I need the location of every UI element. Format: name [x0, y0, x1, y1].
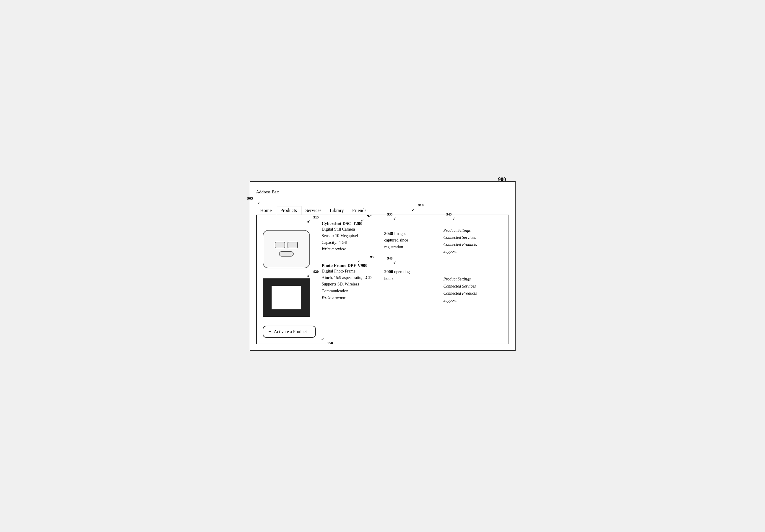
ref-920-label: 920: [314, 270, 319, 274]
cybershot-info: 925 ↙ Cybershot DSC-T200 Digital Still C…: [322, 221, 379, 253]
ref-945-label: 945: [446, 212, 452, 217]
ref-930-arrow: ↙: [358, 259, 361, 263]
cybershot-actions: 945 ↙ Product Settings Connected Service…: [443, 221, 502, 255]
main-content-box: 915 ↙ 920 ↙: [256, 215, 509, 344]
cybershot-action-3[interactable]: Connected Products: [443, 241, 502, 248]
cybershot-stat-number: 3048: [384, 231, 393, 236]
photoframe-title: Photo Frame DPF-V900: [322, 263, 379, 268]
cybershot-review-link[interactable]: Write a review: [322, 246, 379, 252]
nav-tab-home[interactable]: Home: [256, 206, 276, 215]
ref-935-label: 935: [387, 212, 393, 217]
camera-lens-right: [288, 242, 298, 248]
nav-tab-products[interactable]: Products: [276, 206, 302, 215]
ref-940-label: 940: [387, 256, 393, 261]
ref-915-arrow: ↙: [307, 219, 310, 224]
photoframe-action-1[interactable]: Product Settings: [443, 276, 502, 283]
photoframe-desc-line3: Supports SD, Wireless: [322, 281, 379, 288]
photoframe-action-2[interactable]: Connected Services: [443, 283, 502, 290]
cybershot-stat-text: 3048 Imagescaptured sinceregistration: [384, 230, 437, 250]
cybershot-action-1[interactable]: Product Settings: [443, 227, 502, 234]
ref-915-label: 915: [314, 215, 319, 220]
photo-frame-device-image: [263, 278, 310, 317]
ref-910-label: 910: [418, 203, 424, 207]
ref-905-label: 905: [247, 196, 253, 201]
ref-950-label: 950: [328, 341, 333, 346]
camera-lenses: [275, 242, 298, 248]
photo-frame-screen: [272, 286, 301, 309]
nav-area: 905 ↙ Home Products Services Library Fri…: [256, 201, 509, 215]
camera-lens-left: [275, 242, 285, 248]
ref-905-arrow: ↙: [257, 200, 261, 205]
photoframe-desc-line2: 9 inch, 15:9 aspect ratio, LCD: [322, 275, 379, 281]
activate-product-button[interactable]: + Activate a Product 950 ↙: [263, 326, 316, 338]
address-bar-input[interactable]: [281, 188, 509, 196]
products-divider: [322, 260, 379, 260]
ref-930-label: 930: [370, 255, 376, 259]
cybershot-stats: 935 ↙ 3048 Imagescaptured sinceregistrat…: [384, 221, 437, 250]
ref-910-arrow: ↙: [411, 207, 415, 212]
photoframe-desc-line4: Communication: [322, 288, 379, 294]
ref-925-label: 925: [367, 214, 373, 218]
nav-tab-friends[interactable]: Friends: [348, 206, 371, 215]
cybershot-action-2[interactable]: Connected Services: [443, 234, 502, 241]
photoframe-desc-line1: Digital Photo Frame: [322, 268, 379, 275]
cybershot-desc-line3: Capacity: 4 GB: [322, 239, 379, 246]
ref-940-arrow: ↙: [393, 260, 396, 265]
photoframe-action-list: Product Settings Connected Services Conn…: [443, 276, 502, 304]
address-bar-row: Address Bar:: [256, 188, 509, 196]
ref-925-arrow: ↙: [361, 218, 364, 223]
ref-920-arrow: ↙: [307, 274, 310, 278]
photoframe-action-3[interactable]: Connected Products: [443, 290, 502, 297]
camera-product-image-wrapper: 915 ↙: [263, 221, 316, 268]
cybershot-desc-line2: Sensor: 10 Megapixel: [322, 233, 379, 239]
photoframe-stats: 940 ↙ 2000 operatinghours: [384, 265, 437, 282]
stats-col: 935 ↙ 3048 Imagescaptured sinceregistrat…: [384, 221, 437, 282]
camera-shutter-button: [279, 251, 294, 257]
ref-950-arrow: ↙: [321, 337, 324, 341]
nav-tab-services[interactable]: Services: [302, 206, 326, 215]
camera-device-image: [263, 230, 310, 268]
ref-935-arrow: ↙: [393, 216, 396, 221]
photo-frame-product-image-wrapper: 920 ↙: [263, 275, 316, 317]
photoframe-action-4[interactable]: Support: [443, 297, 502, 304]
nav-tab-library[interactable]: Library: [326, 206, 348, 215]
cybershot-action-4[interactable]: Support: [443, 248, 502, 255]
activate-button-label: Activate a Product: [274, 329, 307, 334]
product-info-col: 925 ↙ Cybershot DSC-T200 Digital Still C…: [322, 221, 379, 308]
plus-icon: +: [269, 329, 272, 335]
cybershot-action-list: Product Settings Connected Services Conn…: [443, 227, 502, 255]
photoframe-stat-number: 2000: [384, 269, 393, 274]
photoframe-stat-text: 2000 operatinghours: [384, 268, 437, 282]
products-grid: 915 ↙ 920 ↙: [263, 221, 502, 338]
photoframe-info: 930 ↙ Photo Frame DPF-V900 Digital Photo…: [322, 263, 379, 301]
ref-945-arrow: ↙: [452, 216, 455, 221]
cybershot-desc-line1: Digital Still Camera: [322, 226, 379, 233]
photoframe-actions: Product Settings Connected Services Conn…: [443, 273, 502, 304]
cybershot-title: Cybershot DSC-T200: [322, 221, 379, 226]
outer-frame: 900 Address Bar: 905 ↙ Home Products Ser…: [250, 181, 516, 351]
address-bar-label: Address Bar:: [256, 189, 280, 194]
nav-tabs: Home Products Services Library Friends 9…: [256, 206, 509, 215]
photoframe-review-link[interactable]: Write a review: [322, 294, 379, 301]
actions-col: 945 ↙ Product Settings Connected Service…: [443, 221, 502, 304]
device-images-col: 915 ↙ 920 ↙: [263, 221, 316, 338]
figure-label: 900: [498, 176, 506, 183]
